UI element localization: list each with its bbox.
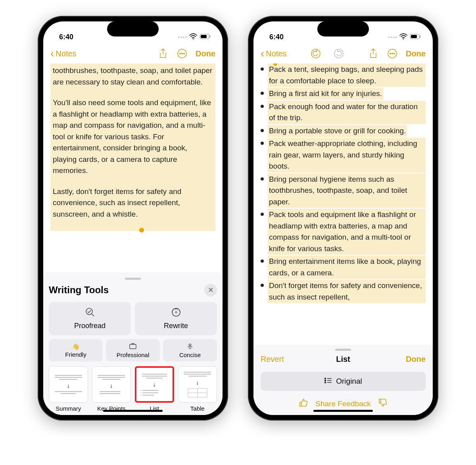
friendly-button[interactable]: 👋 Friendly [49, 339, 103, 361]
svg-point-14 [403, 38, 404, 39]
back-button[interactable]: ‹ Notes [261, 47, 287, 60]
rewrite-button[interactable]: Rewrite [135, 302, 217, 335]
battery-icon [410, 33, 421, 41]
thumbs-up-icon[interactable] [299, 398, 308, 409]
keypoints-card[interactable]: ↓ Key Points [92, 366, 131, 412]
home-indicator[interactable] [313, 410, 373, 412]
svg-point-8 [86, 308, 92, 315]
close-button[interactable]: ✕ [204, 284, 217, 296]
list-card[interactable]: ↓ List [135, 366, 174, 412]
panel-grabber[interactable] [125, 278, 141, 280]
result-panel: Revert List Done Original Share Feedback [253, 345, 433, 415]
phone-right: 6:40 ‹ Notes [248, 16, 438, 421]
svg-rect-10 [130, 344, 136, 349]
panel-title: Writing Tools [49, 284, 109, 296]
summary-card[interactable]: ↓ Summary [49, 366, 88, 412]
nav-bar: ‹ Notes Done [43, 44, 223, 63]
done-button[interactable]: Done [196, 49, 215, 58]
share-icon[interactable] [368, 48, 379, 59]
back-label: Notes [266, 49, 286, 58]
arrow-down-icon: ↓ [110, 382, 113, 389]
list-item: Pack enough food and water for the durat… [261, 101, 426, 124]
feedback-label[interactable]: Share Feedback [315, 400, 370, 408]
professional-button[interactable]: Professional [106, 339, 160, 361]
battery-icon [200, 33, 211, 41]
original-label: Original [336, 377, 362, 386]
wifi-icon [189, 33, 197, 41]
list-item: Pack weather-appropriate clothing, inclu… [261, 138, 426, 173]
svg-rect-17 [411, 35, 417, 38]
nav-bar: ‹ Notes Done [253, 44, 433, 63]
note-paragraph: Lastly, don't forget items for safety an… [53, 186, 213, 220]
proofread-button[interactable]: Proofread [49, 302, 131, 335]
list-item: Pack a tent, sleeping bags, and sleeping… [261, 63, 426, 87]
svg-point-26 [325, 380, 326, 381]
list-item: Pack tools and equipment like a flashlig… [261, 209, 426, 255]
undo-button[interactable] [310, 48, 321, 59]
chevron-left-icon: ‹ [50, 47, 54, 60]
svg-point-24 [325, 378, 326, 379]
rewrite-icon [171, 307, 181, 319]
list-item: Bring entertainment items like a book, p… [261, 256, 426, 279]
list-bullet-icon [324, 377, 332, 386]
svg-point-0 [193, 38, 194, 39]
status-time: 6:40 [269, 33, 284, 41]
more-icon[interactable] [177, 48, 188, 59]
dynamic-island [107, 21, 159, 37]
done-button[interactable]: Done [406, 49, 426, 58]
briefcase-icon [129, 342, 137, 351]
svg-rect-16 [420, 35, 420, 38]
proofread-label: Proofread [74, 322, 106, 330]
done-result-button[interactable]: Done [406, 355, 426, 364]
svg-point-6 [182, 53, 183, 54]
note-content[interactable]: Pack a tent, sleeping bags, and sleeping… [253, 63, 433, 345]
wave-icon: 👋 [72, 343, 80, 350]
svg-point-28 [325, 382, 326, 383]
note-paragraph: toothbrushes, toothpaste, soap, and toil… [53, 65, 213, 88]
list-item: Bring a first aid kit for any injuries. [261, 88, 426, 100]
writing-tools-panel: Writing Tools ✕ Proofread Rewrite [43, 272, 223, 415]
note-content[interactable]: toothbrushes, toothpaste, soap, and toil… [43, 63, 223, 272]
redo-button [333, 48, 344, 59]
arrow-down-icon: ↓ [196, 379, 199, 386]
concise-icon [186, 342, 194, 351]
svg-point-21 [390, 53, 391, 54]
magnifier-check-icon [85, 307, 95, 319]
close-icon: ✕ [208, 286, 214, 294]
original-button[interactable]: Original [261, 372, 426, 391]
rewrite-label: Rewrite [164, 322, 188, 330]
home-indicator[interactable] [103, 410, 163, 412]
selection-handle[interactable] [139, 228, 144, 232]
svg-point-7 [184, 53, 185, 54]
list-item: Bring personal hygiene items such as too… [261, 173, 426, 208]
back-button[interactable]: ‹ Notes [50, 47, 77, 60]
cellular-icon [178, 37, 187, 38]
bullet-list: Pack a tent, sleeping bags, and sleeping… [261, 63, 426, 303]
svg-point-5 [180, 53, 181, 54]
svg-point-18 [311, 49, 320, 58]
arrow-down-icon: ↓ [67, 382, 70, 389]
status-time: 6:40 [59, 33, 73, 41]
dynamic-island [317, 21, 369, 37]
concise-button[interactable]: Concise [163, 339, 217, 361]
more-icon[interactable] [387, 48, 398, 59]
phone-left: 6:40 ‹ Notes [38, 16, 228, 421]
svg-point-22 [392, 53, 393, 54]
panel-grabber[interactable] [335, 349, 351, 351]
back-label: Notes [56, 49, 76, 58]
share-icon[interactable] [157, 48, 169, 59]
table-icon [188, 388, 207, 398]
result-title: List [336, 355, 350, 364]
table-card[interactable]: ↓ Table [178, 366, 217, 412]
arrow-down-icon: ↓ [153, 381, 156, 388]
revert-button[interactable]: Revert [261, 355, 284, 364]
list-item: Don't forget items for safety and conven… [261, 280, 426, 303]
wifi-icon [399, 33, 407, 41]
svg-point-23 [394, 53, 395, 54]
chevron-left-icon: ‹ [261, 47, 264, 60]
svg-point-19 [334, 49, 343, 58]
thumbs-down-icon[interactable] [378, 398, 388, 409]
svg-rect-3 [201, 35, 207, 38]
svg-rect-2 [209, 35, 210, 38]
list-item: Bring a portable stove or grill for cook… [261, 125, 426, 137]
